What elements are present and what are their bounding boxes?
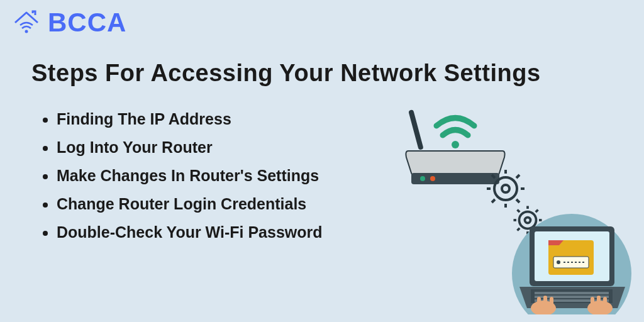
svg-point-17 — [525, 218, 531, 223]
svg-line-12 — [516, 175, 519, 178]
svg-line-25 — [518, 210, 520, 213]
svg-rect-2 — [408, 109, 424, 150]
list-item: Finding The IP Address — [57, 110, 323, 128]
svg-rect-40 — [543, 296, 547, 308]
svg-rect-41 — [550, 297, 553, 308]
svg-rect-39 — [537, 297, 541, 308]
svg-point-4 — [420, 176, 425, 181]
svg-rect-42 — [591, 297, 594, 308]
gear-icon — [487, 170, 525, 208]
list-item: Double-Check Your Wi-Fi Password — [57, 223, 323, 242]
svg-rect-43 — [597, 296, 601, 308]
svg-line-22 — [536, 210, 538, 213]
svg-point-1 — [452, 141, 459, 148]
list-item: Change Router Login Credentials — [57, 195, 323, 213]
svg-point-7 — [502, 185, 509, 192]
svg-point-6 — [494, 177, 517, 200]
brand-name: BCCA — [48, 8, 126, 38]
steps-list: Finding The IP Address Log Into Your Rou… — [57, 110, 323, 252]
svg-point-31 — [557, 260, 560, 264]
list-item: Log Into Your Router — [57, 138, 323, 157]
network-illustration — [380, 101, 631, 314]
svg-point-0 — [25, 30, 28, 33]
svg-rect-44 — [603, 297, 607, 308]
svg-point-16 — [519, 212, 536, 229]
svg-rect-34 — [535, 292, 609, 294]
svg-point-5 — [430, 176, 435, 181]
house-wifi-icon — [11, 8, 42, 38]
list-item: Make Changes In Router's Settings — [57, 167, 323, 185]
brand-logo: BCCA — [11, 8, 126, 38]
page-title: Steps For Accessing Your Network Setting… — [31, 60, 541, 87]
svg-line-13 — [492, 199, 495, 203]
svg-line-23 — [518, 228, 520, 231]
svg-line-14 — [516, 199, 519, 203]
